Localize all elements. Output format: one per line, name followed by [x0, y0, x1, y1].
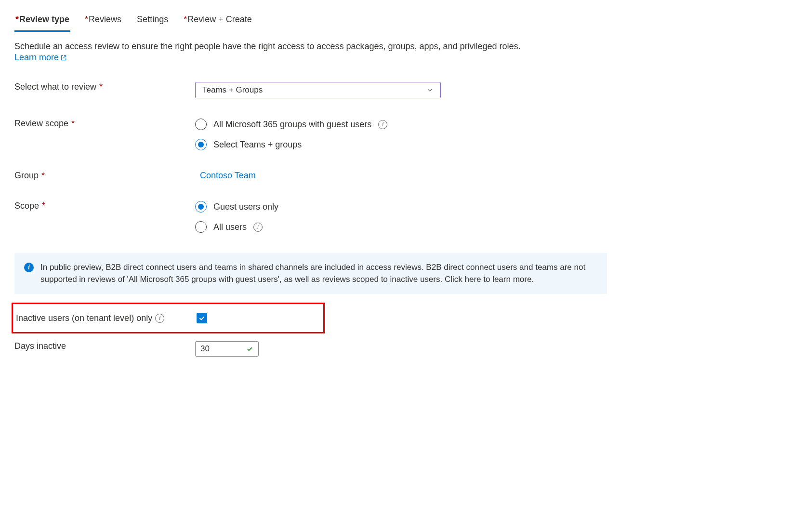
tab-label: Settings	[137, 14, 168, 24]
tab-reviews[interactable]: *Reviews	[84, 12, 122, 32]
select-what-to-review-dropdown[interactable]: Teams + Groups	[195, 82, 441, 98]
radio-label: All users	[213, 222, 247, 232]
days-inactive-label: Days inactive	[14, 341, 195, 351]
days-inactive-input[interactable]: 30	[195, 341, 259, 357]
radio-all-m365-groups[interactable]: All Microsoft 365 groups with guest user…	[195, 119, 779, 130]
info-icon[interactable]: i	[378, 120, 387, 129]
learn-more-label: Learn more	[14, 53, 59, 63]
learn-more-link[interactable]: Learn more	[14, 53, 67, 63]
scope-radio-group: Guest users only All users i	[195, 201, 779, 233]
tab-label: Review type	[19, 14, 69, 24]
review-scope-label: Review scope *	[14, 119, 195, 129]
external-link-icon	[60, 54, 67, 61]
required-asterisk: *	[184, 14, 187, 24]
check-icon	[246, 345, 253, 353]
inactive-users-label: Inactive users (on tenant level) only i	[16, 313, 197, 323]
required-asterisk: *	[42, 201, 45, 211]
select-what-to-review-label: Select what to review *	[14, 82, 195, 92]
review-scope-radio-group: All Microsoft 365 groups with guest user…	[195, 119, 779, 150]
tab-label: Review + Create	[187, 14, 252, 24]
select-value: Teams + Groups	[202, 85, 263, 95]
info-icon[interactable]: i	[253, 223, 263, 232]
tab-settings[interactable]: Settings	[136, 12, 169, 32]
info-banner-text: In public preview, B2B direct connect us…	[40, 262, 597, 285]
tab-label: Reviews	[89, 14, 121, 24]
radio-label: Guest users only	[213, 202, 278, 212]
required-asterisk: *	[99, 82, 103, 92]
group-value-link[interactable]: Contoso Team	[195, 171, 256, 180]
radio-guest-users-only[interactable]: Guest users only	[195, 201, 779, 213]
inactive-users-checkbox[interactable]	[197, 313, 207, 323]
radio-icon	[195, 139, 207, 150]
radio-label: All Microsoft 365 groups with guest user…	[213, 120, 371, 130]
radio-icon	[195, 119, 207, 130]
page-description: Schedule an access review to ensure the …	[14, 41, 779, 52]
tab-review-create[interactable]: *Review + Create	[183, 12, 253, 32]
info-icon: i	[24, 263, 34, 272]
info-icon[interactable]: i	[155, 314, 164, 323]
radio-icon	[195, 221, 207, 233]
check-icon	[198, 314, 206, 322]
radio-select-teams-groups[interactable]: Select Teams + groups	[195, 139, 779, 150]
required-asterisk: *	[41, 171, 45, 181]
required-asterisk: *	[15, 14, 19, 24]
chevron-down-icon	[426, 86, 434, 94]
scope-label: Scope *	[14, 201, 195, 211]
required-asterisk: *	[85, 14, 88, 24]
inactive-users-highlight: Inactive users (on tenant level) only i	[12, 303, 325, 333]
tab-review-type[interactable]: *Review type	[14, 12, 70, 32]
tabs-bar: *Review type *Reviews Settings *Review +…	[14, 12, 779, 32]
radio-all-users[interactable]: All users i	[195, 221, 779, 233]
days-inactive-value: 30	[200, 344, 210, 354]
radio-icon	[195, 201, 207, 213]
radio-label: Select Teams + groups	[213, 140, 302, 150]
group-label: Group *	[14, 171, 195, 181]
required-asterisk: *	[71, 119, 75, 129]
preview-info-banner: i In public preview, B2B direct connect …	[14, 253, 607, 294]
